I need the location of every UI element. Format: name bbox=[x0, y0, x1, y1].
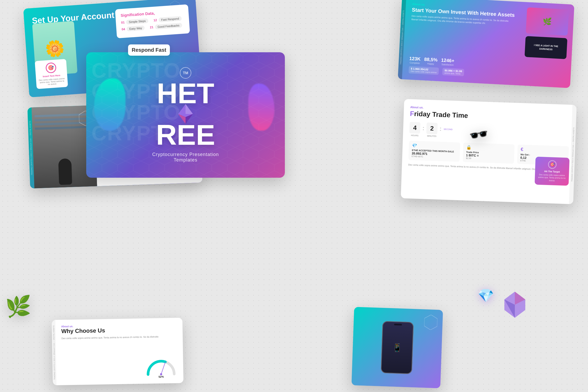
card-why-gauge-label: 52% bbox=[144, 375, 178, 378]
card-friday: About us. Friday Trade Time 4 HOURS : 2 … bbox=[401, 99, 577, 204]
card-friday-hours: 4 bbox=[409, 122, 420, 134]
card-main-subtitle-2: Templates bbox=[174, 157, 197, 163]
deco-plant-bottom-left: 🌿 bbox=[5, 294, 31, 319]
setup-num-04: 04 bbox=[122, 27, 125, 31]
card-friday-sidebar-text: TRADING CRYPTO // 2021© Ethereum Coin — … bbox=[569, 105, 577, 204]
svg-marker-1 bbox=[182, 8, 189, 16]
card-setup-hex-deco-2 bbox=[182, 8, 189, 16]
card-invest-img-bottom: I SEE A LIGHT IN THE DARKNESS bbox=[524, 36, 567, 59]
card-why: TRADING CRYPTO // 2021© Ethereum Coin — … bbox=[52, 318, 183, 385]
deco-glasses: 🕶️ bbox=[468, 124, 490, 146]
setup-num-21: 21 bbox=[150, 25, 153, 29]
card-setup-target-icon: 🎯 bbox=[45, 62, 57, 73]
card-setup-hex-deco-1 bbox=[169, 1, 181, 12]
card-friday-sep-2: : bbox=[439, 123, 442, 132]
card-invest: TRADING CRYPTO // 2021© Ethereum Coin — … bbox=[398, 0, 574, 88]
card-friday-hit-icon: 🎯 bbox=[548, 160, 557, 169]
card-main: CRYPTOCRYPTOCRYPTOCRYPTO TM HET REE Cryp… bbox=[86, 52, 285, 178]
card-friday-stat-icon-3: € bbox=[521, 147, 566, 154]
deco-gem: 💎 bbox=[478, 288, 494, 303]
card-friday-minutes: 2 bbox=[426, 123, 438, 134]
setup-pill-simple: Simple Steps bbox=[126, 18, 148, 25]
phone-notch bbox=[394, 324, 402, 326]
card-friday-minutes-label: MINUTES bbox=[426, 135, 437, 137]
invest-stat-val-1: 123K bbox=[409, 56, 421, 62]
card-why-sidebar-text: TRADING CRYPTO // 2021© Ethereum Coin — … bbox=[52, 320, 56, 385]
svg-marker-0 bbox=[170, 1, 180, 11]
card-why-gauge-svg bbox=[144, 352, 178, 378]
card-friday-stat-2: 🔒 Trade Price 1 BITC = $2.99 bbox=[463, 143, 515, 164]
card-friday-hit-label: Hit The Target bbox=[538, 170, 566, 173]
card-friday-second-label: SECOND bbox=[443, 128, 453, 131]
card-friday-stat-1: 💎 ETHE ACCEPTED THIS MONTH-SALE 20.892.9… bbox=[408, 141, 460, 162]
card-friday-hit-target: 🎯 Hit The Target Dev certa volle sopra a… bbox=[535, 157, 570, 186]
invest-stat-val-2: 88,5% bbox=[424, 57, 438, 63]
setup-pill-easy: Easy Way bbox=[126, 25, 145, 31]
invest-stat-label-3: Satisfaction bbox=[441, 63, 454, 66]
deco-crystal-bottom-right bbox=[504, 292, 525, 319]
invest-stat-label-1: Complete bbox=[409, 61, 420, 65]
card-setup-icon-box: 🎯 Insert Text Here Dev certa volle sopra… bbox=[35, 59, 68, 89]
svg-line-10 bbox=[161, 362, 166, 374]
phone-screen: 📱 bbox=[382, 322, 413, 373]
card-main-subtitle-1: Cryptocurrency Presentation bbox=[152, 152, 219, 157]
phone-hex-1 bbox=[424, 315, 437, 330]
card-why-desc: Dev certa volle sopra anime animo qua. T… bbox=[61, 335, 177, 340]
card-friday-hours-label: HOURS bbox=[409, 134, 420, 137]
respond-fast-text: Respond Fast bbox=[132, 47, 166, 53]
setup-num-12: 12 bbox=[153, 18, 157, 22]
respond-fast-card: Respond Fast bbox=[128, 44, 170, 56]
card-phone: 📱 bbox=[351, 307, 443, 388]
card-friday-stat-icon-1: 💎 bbox=[412, 143, 457, 149]
card-friday-hit-desc: Dev certa volle sopra anime animo qua. T… bbox=[538, 173, 566, 182]
phone-mockup-device: 📱 bbox=[381, 321, 414, 374]
card-friday-sep-1: : bbox=[422, 122, 425, 132]
svg-marker-11 bbox=[424, 315, 438, 330]
card-invest-img-top: 🌿 bbox=[526, 7, 569, 36]
card-main-blob-right bbox=[248, 84, 274, 131]
card-friday-stat-icon-2: 🔒 bbox=[466, 145, 511, 151]
card-why-gauge-area: 52% bbox=[144, 352, 178, 378]
card-friday-second-val bbox=[444, 123, 453, 128]
setup-pill-fast: Fast Respond bbox=[158, 16, 182, 22]
card-setup-icon-text: Dev certa volle sopra anime animo qua. T… bbox=[39, 77, 65, 86]
setup-num-01: 01 bbox=[121, 21, 125, 25]
svg-marker-5 bbox=[186, 104, 193, 114]
invest-stat-val-3: 1246+ bbox=[441, 57, 455, 64]
setup-pill-good: Good Feedbacks bbox=[155, 23, 182, 29]
